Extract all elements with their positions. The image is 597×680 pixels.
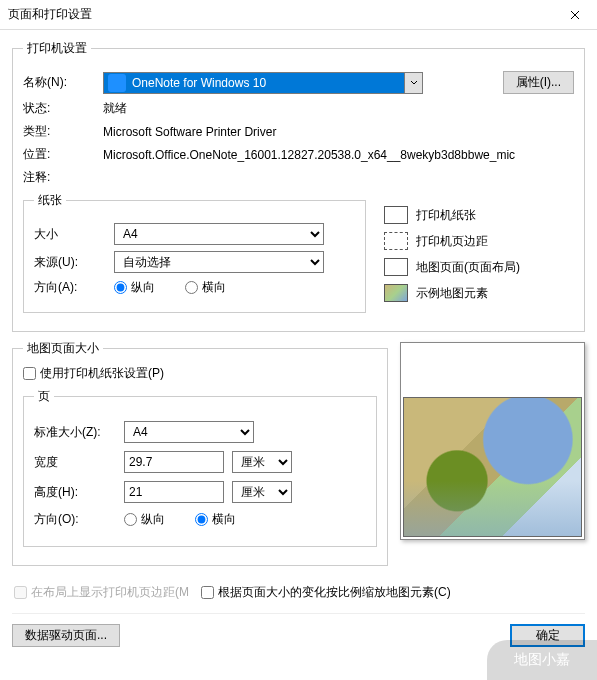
- page-orient-portrait[interactable]: 纵向: [124, 511, 165, 528]
- std-size-label: 标准大小(Z):: [34, 424, 124, 441]
- swatch-map-page: [384, 258, 408, 276]
- location-value: Microsoft.Office.OneNote_16001.12827.205…: [103, 148, 515, 162]
- printer-icon: [108, 74, 126, 92]
- preview-blank: [401, 343, 584, 395]
- use-printer-paper-check[interactable]: 使用打印机纸张设置(P): [23, 365, 377, 382]
- show-margin-checkbox: [14, 586, 27, 599]
- page-legend: 页: [34, 388, 54, 405]
- page-preview: [400, 342, 585, 540]
- paper-source-select[interactable]: 自动选择: [114, 251, 324, 273]
- preview-map: [403, 397, 582, 537]
- height-unit-select[interactable]: 厘米: [232, 481, 292, 503]
- scale-elements-check[interactable]: 根据页面大小的变化按比例缩放地图元素(C): [201, 584, 451, 601]
- status-label: 状态:: [23, 100, 103, 117]
- titlebar: 页面和打印设置: [0, 0, 597, 30]
- page-group: 页 标准大小(Z): A4 宽度 厘米 高度(H): 厘米 方向(O):: [23, 388, 377, 547]
- ok-button[interactable]: 确定: [510, 624, 585, 647]
- paper-source-label: 来源(U):: [34, 254, 114, 271]
- paper-portrait-radio[interactable]: [114, 281, 127, 294]
- swatch-printer-paper: [384, 206, 408, 224]
- legend-printer-paper: 打印机纸张: [384, 206, 574, 224]
- width-label: 宽度: [34, 454, 124, 471]
- location-label: 位置:: [23, 146, 103, 163]
- height-label: 高度(H):: [34, 484, 124, 501]
- scale-elements-checkbox[interactable]: [201, 586, 214, 599]
- width-input[interactable]: [124, 451, 224, 473]
- height-input[interactable]: [124, 481, 224, 503]
- paper-orient-portrait[interactable]: 纵向: [114, 279, 155, 296]
- chevron-down-icon: [404, 73, 422, 93]
- properties-button[interactable]: 属性(I)...: [503, 71, 574, 94]
- preview-area: [400, 340, 585, 574]
- legend-printer-margin: 打印机页边距: [384, 232, 574, 250]
- legend-box: 打印机纸张 打印机页边距 地图页面(页面布局) 示例地图元素: [384, 192, 574, 321]
- swatch-printer-margin: [384, 232, 408, 250]
- close-icon: [570, 10, 580, 20]
- data-driven-pages-button[interactable]: 数据驱动页面...: [12, 624, 120, 647]
- paper-size-label: 大小: [34, 226, 114, 243]
- printer-settings-group: 打印机设置 名称(N): OneNote for Windows 10 属性(I…: [12, 40, 585, 332]
- legend-map-page: 地图页面(页面布局): [384, 258, 574, 276]
- comment-label: 注释:: [23, 169, 103, 186]
- paper-orient-label: 方向(A):: [34, 279, 114, 296]
- legend-sample-elem: 示例地图元素: [384, 284, 574, 302]
- type-value: Microsoft Software Printer Driver: [103, 125, 276, 139]
- mapsize-legend: 地图页面大小: [23, 340, 103, 357]
- status-value: 就绪: [103, 100, 127, 117]
- printer-name-label: 名称(N):: [23, 74, 103, 91]
- paper-size-select[interactable]: A4: [114, 223, 324, 245]
- paper-landscape-radio[interactable]: [185, 281, 198, 294]
- printer-legend: 打印机设置: [23, 40, 91, 57]
- use-printer-checkbox[interactable]: [23, 367, 36, 380]
- page-portrait-radio[interactable]: [124, 513, 137, 526]
- type-label: 类型:: [23, 123, 103, 140]
- width-unit-select[interactable]: 厘米: [232, 451, 292, 473]
- printer-name-value: OneNote for Windows 10: [130, 76, 404, 90]
- paper-orient-landscape[interactable]: 横向: [185, 279, 226, 296]
- show-margin-check: 在布局上显示打印机页边距(M: [14, 584, 189, 601]
- page-orient-label: 方向(O):: [34, 511, 124, 528]
- paper-group: 纸张 大小 A4 来源(U): 自动选择 方向(A): 纵向 横向: [23, 192, 366, 313]
- std-size-select[interactable]: A4: [124, 421, 254, 443]
- window-title: 页面和打印设置: [8, 6, 92, 23]
- map-page-size-group: 地图页面大小 使用打印机纸张设置(P) 页 标准大小(Z): A4 宽度 厘米 …: [12, 340, 388, 566]
- paper-legend: 纸张: [34, 192, 66, 209]
- printer-name-combo[interactable]: OneNote for Windows 10: [103, 72, 423, 94]
- page-landscape-radio[interactable]: [195, 513, 208, 526]
- page-orient-landscape[interactable]: 横向: [195, 511, 236, 528]
- swatch-sample-elem: [384, 284, 408, 302]
- close-button[interactable]: [552, 0, 597, 30]
- content: 打印机设置 名称(N): OneNote for Windows 10 属性(I…: [0, 30, 597, 655]
